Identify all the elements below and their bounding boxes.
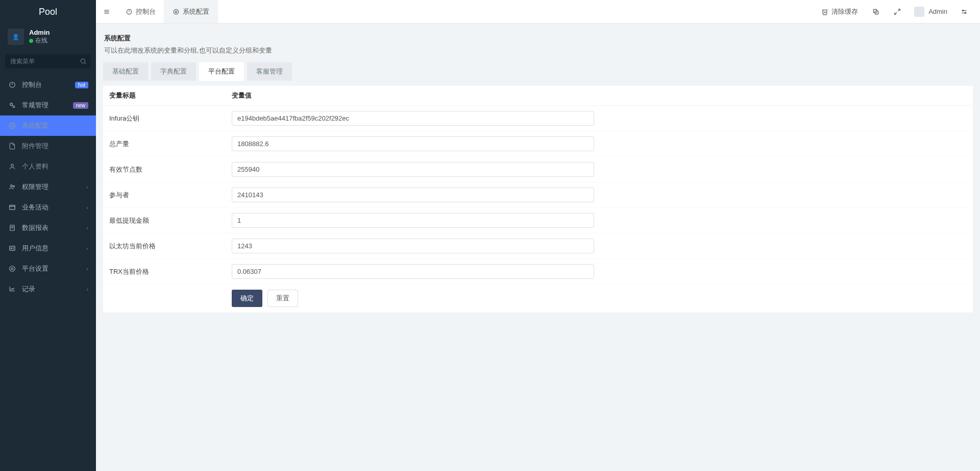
sidebar-search — [5, 54, 91, 68]
badge-hot: hot — [75, 82, 88, 88]
nav-label: 权限管理 — [22, 182, 86, 192]
row-title: TRX当前价格 — [103, 259, 226, 285]
nav: 控制台 hot 常规管理 new 系统配置 附件管理 个人资料 权限管理 ‹ 业… — [0, 75, 96, 299]
nav-label: 控制台 — [22, 80, 75, 89]
doc-icon — [8, 224, 17, 231]
admin-label: Admin — [928, 8, 947, 15]
nav-logs[interactable]: 记录 ‹ — [0, 279, 96, 299]
table-row: 最低提现金额 — [103, 208, 973, 233]
svg-point-19 — [10, 266, 15, 272]
sidebar-user: 👤 Admin 在线 — [0, 23, 96, 50]
table-row: 有效节点数 — [103, 157, 973, 182]
config-tab-service[interactable]: 客服管理 — [247, 62, 292, 81]
cog-icon — [8, 122, 17, 129]
search-icon[interactable] — [80, 58, 87, 65]
gear-icon — [8, 265, 17, 272]
main: 控制台 系统配置 清除缓存 Admin 系统配置 可以在此增改 — [96, 0, 980, 471]
tab-label: 系统配置 — [183, 7, 209, 16]
config-tab-platform[interactable]: 平台配置 — [199, 62, 244, 81]
tab-dashboard[interactable]: 控制台 — [117, 0, 164, 23]
nav-label: 常规管理 — [22, 101, 73, 110]
id-icon — [8, 245, 17, 252]
th-title: 变量标题 — [103, 86, 226, 106]
nav-attachment[interactable]: 附件管理 — [0, 136, 96, 156]
row-value-input[interactable] — [232, 239, 594, 253]
chart-icon — [8, 286, 17, 293]
cog-icon — [173, 8, 180, 15]
admin-menu[interactable]: Admin — [908, 0, 953, 23]
page-title: 系统配置 — [104, 34, 972, 43]
clear-cache-button[interactable]: 清除缓存 — [814, 0, 865, 23]
svg-point-15 — [11, 248, 12, 249]
tab-system-config[interactable]: 系统配置 — [164, 0, 218, 23]
nav-userinfo[interactable]: 用户信息 ‹ — [0, 238, 96, 258]
svg-line-29 — [895, 12, 897, 14]
avatar: 👤 — [8, 29, 24, 45]
chevron-left-icon: ‹ — [86, 184, 88, 190]
nav-system-config[interactable]: 系统配置 — [0, 115, 96, 136]
row-value-input[interactable] — [232, 136, 594, 151]
nav-label: 用户信息 — [22, 244, 86, 253]
settings-button[interactable] — [953, 0, 975, 23]
row-value-input[interactable] — [232, 264, 594, 279]
nav-permissions[interactable]: 权限管理 ‹ — [0, 177, 96, 197]
svg-point-24 — [175, 11, 177, 13]
search-input[interactable] — [5, 54, 91, 68]
row-value-input[interactable] — [232, 162, 594, 177]
confirm-button[interactable]: 确定 — [232, 290, 262, 307]
table-row: TRX当前价格 — [103, 259, 973, 285]
nav-label: 业务活动 — [22, 203, 86, 212]
config-tabs: 基础配置 字典配置 平台配置 客服管理 — [103, 62, 973, 81]
nav-platform[interactable]: 平台设置 ‹ — [0, 258, 96, 279]
row-title: Infura公钥 — [103, 106, 226, 131]
svg-point-25 — [174, 9, 178, 14]
reset-button[interactable]: 重置 — [267, 290, 298, 307]
config-tab-basic[interactable]: 基础配置 — [103, 62, 148, 81]
nav-label: 记录 — [22, 285, 86, 294]
nav-profile[interactable]: 个人资料 — [0, 156, 96, 177]
sidebar: Pool 👤 Admin 在线 控制台 hot 常规管理 new 系统配置 — [0, 0, 96, 471]
menu-toggle[interactable] — [96, 0, 117, 23]
avatar-icon — [914, 7, 924, 17]
page-head: 系统配置 可以在此增改系统的变量和分组,也可以自定义分组和变量 — [103, 31, 973, 62]
config-tab-dict[interactable]: 字典配置 — [151, 62, 196, 81]
svg-point-3 — [10, 103, 13, 106]
row-title: 有效节点数 — [103, 157, 226, 182]
user-status: 在线 — [29, 36, 50, 45]
nav-reports[interactable]: 数据报表 ‹ — [0, 218, 96, 238]
tab-label: 控制台 — [136, 7, 156, 16]
menu-icon — [103, 8, 110, 15]
fullscreen-button[interactable] — [887, 0, 908, 23]
topbar: 控制台 系统配置 清除缓存 Admin — [96, 0, 980, 23]
chevron-left-icon: ‹ — [86, 225, 88, 231]
table-row: 总产量 — [103, 131, 973, 157]
nav-business[interactable]: 业务活动 ‹ — [0, 197, 96, 218]
copy-button[interactable] — [865, 0, 887, 23]
row-title: 最低提现金额 — [103, 208, 226, 233]
content: 系统配置 可以在此增改系统的变量和分组,也可以自定义分组和变量 基础配置 字典配… — [96, 23, 980, 471]
row-value-input[interactable] — [232, 187, 594, 202]
nav-dashboard[interactable]: 控制台 hot — [0, 75, 96, 95]
row-value-input[interactable] — [232, 111, 594, 126]
expand-icon — [894, 8, 901, 15]
config-panel: 变量标题 变量值 Infura公钥总产量有效节点数参与者最低提现金额以太坊当前价… — [103, 86, 973, 313]
badge-new: new — [73, 102, 88, 109]
table-row: 参与者 — [103, 182, 973, 208]
sliders-icon — [961, 8, 968, 15]
svg-point-8 — [13, 185, 14, 187]
svg-point-4 — [13, 106, 15, 108]
row-title: 参与者 — [103, 182, 226, 208]
copy-icon — [872, 8, 879, 15]
row-title: 以太坊当前价格 — [103, 233, 226, 259]
dashboard-icon — [8, 81, 17, 88]
row-value-input[interactable] — [232, 213, 594, 228]
top-tabs: 控制台 系统配置 — [117, 0, 218, 23]
file-icon — [8, 143, 17, 150]
nav-general[interactable]: 常规管理 new — [0, 95, 96, 115]
th-value: 变量值 — [226, 86, 973, 106]
clear-cache-label: 清除缓存 — [831, 7, 858, 16]
nav-label: 数据报表 — [22, 223, 86, 232]
svg-point-7 — [11, 185, 13, 187]
svg-point-0 — [81, 59, 85, 63]
users-icon — [8, 183, 17, 191]
